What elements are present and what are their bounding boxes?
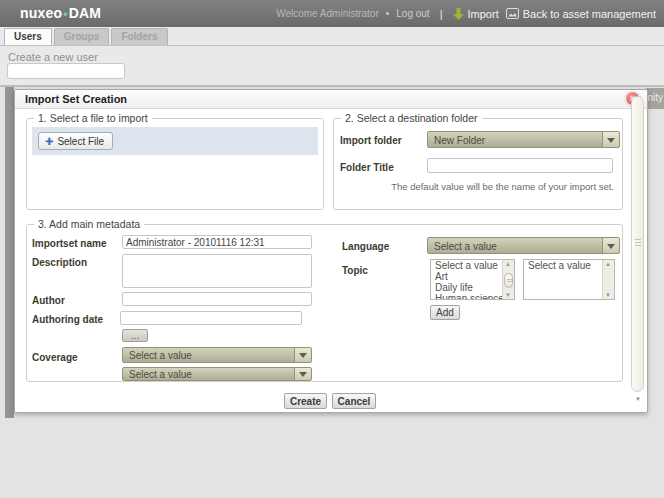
import-link-label: Import bbox=[468, 8, 499, 20]
scrollbar-down-arrow-icon[interactable]: ▼ bbox=[635, 396, 641, 402]
welcome-text: Welcome Administrator bbox=[276, 8, 379, 19]
dialog-scrollbar[interactable] bbox=[631, 96, 644, 392]
language-label: Language bbox=[342, 241, 389, 252]
select-file-button[interactable]: ✚ Select File bbox=[38, 132, 113, 150]
metadata-section: 3. Add main metadata Importset name Desc… bbox=[26, 224, 623, 382]
scroll-down-icon[interactable]: ▼ bbox=[505, 292, 511, 298]
scroll-up-icon[interactable]: ▲ bbox=[505, 261, 511, 267]
tab-strip: Users Groups Folders bbox=[4, 28, 168, 45]
folder-title-label: Folder Title bbox=[340, 162, 394, 173]
topic-selected-option[interactable]: Select a value bbox=[524, 261, 614, 271]
tab-users[interactable]: Users bbox=[4, 28, 52, 45]
logo-brand: nuxeo bbox=[20, 5, 62, 21]
modal-backdrop-strip bbox=[5, 87, 14, 418]
cancel-button[interactable]: Cancel bbox=[332, 393, 376, 409]
authoring-date-label: Authoring date bbox=[32, 314, 103, 325]
scrollbar-grip bbox=[635, 239, 641, 240]
chevron-down-icon bbox=[299, 372, 307, 377]
back-link-label: Back to asset management bbox=[523, 8, 656, 20]
dropdown-button bbox=[602, 238, 619, 253]
importset-name-input[interactable] bbox=[122, 235, 312, 249]
authoring-date-input[interactable] bbox=[120, 311, 302, 325]
chevron-down-icon bbox=[299, 353, 307, 358]
import-link[interactable]: Import bbox=[453, 8, 499, 20]
scroll-down-icon[interactable]: ▼ bbox=[605, 292, 611, 298]
tab-baseline bbox=[0, 45, 664, 46]
screen: nuxeo•DAM Welcome Administrator • Log ou… bbox=[0, 0, 664, 498]
scroll-up-icon[interactable]: ▲ bbox=[605, 261, 611, 267]
header-actions: Welcome Administrator • Log out | Import… bbox=[276, 0, 656, 27]
user-search-input[interactable] bbox=[7, 63, 125, 79]
listbox-scrollbar[interactable]: ▲ ▼ bbox=[602, 260, 614, 299]
add-topic-button[interactable]: Add bbox=[430, 305, 460, 320]
metadata-section-legend: 3. Add main metadata bbox=[34, 218, 144, 230]
import-folder-value: New Folder bbox=[434, 134, 485, 145]
create-user-heading: Create a new user bbox=[8, 51, 98, 63]
top-header-bar: nuxeo•DAM Welcome Administrator • Log ou… bbox=[0, 0, 664, 27]
app-logo: nuxeo•DAM bbox=[20, 5, 101, 21]
folder-section-legend: 2. Select a destination folder bbox=[341, 112, 482, 124]
back-to-asset-management-link[interactable]: Back to asset management bbox=[506, 8, 656, 20]
coverage-secondary-select[interactable]: Select a value bbox=[122, 367, 312, 381]
language-value: Select a value bbox=[434, 240, 497, 251]
coverage-primary-select[interactable]: Select a value bbox=[122, 347, 312, 363]
import-set-creation-dialog: Import Set Creation ✕ ▼ 1. Select a file… bbox=[14, 89, 648, 413]
tab-folders[interactable]: Folders bbox=[111, 28, 167, 45]
file-section-legend: 1. Select a file to import bbox=[34, 112, 152, 124]
chevron-down-icon bbox=[607, 244, 615, 249]
date-picker-button[interactable]: ... bbox=[122, 329, 148, 342]
import-folder-select[interactable]: New Folder bbox=[427, 131, 620, 148]
file-section: 1. Select a file to import ✚ Select File bbox=[26, 118, 324, 210]
header-separator: | bbox=[437, 8, 446, 20]
logout-link[interactable]: Log out bbox=[396, 8, 429, 19]
author-label: Author bbox=[32, 295, 65, 306]
topic-available-listbox[interactable]: Select a value Art Daily life Human scie… bbox=[430, 259, 515, 300]
description-textarea[interactable] bbox=[122, 254, 312, 288]
background-page: Users Groups Folders Create a new user bbox=[0, 27, 664, 85]
file-upload-band: ✚ Select File bbox=[32, 127, 318, 155]
dialog-title: Import Set Creation bbox=[25, 93, 127, 105]
topic-label: Topic bbox=[342, 265, 368, 276]
dropdown-button bbox=[294, 348, 311, 362]
scrollbar-thumb[interactable] bbox=[504, 273, 513, 288]
header-bullet: • bbox=[386, 8, 390, 19]
plus-icon: ✚ bbox=[45, 136, 53, 147]
chevron-down-icon bbox=[607, 138, 615, 143]
folder-title-helper-text: The default value will be the name of yo… bbox=[391, 181, 614, 192]
listbox-scrollbar[interactable]: ▲ ▼ bbox=[502, 260, 514, 299]
page-divider bbox=[0, 85, 664, 87]
coverage-primary-value: Select a value bbox=[129, 350, 192, 361]
logo-product: DAM bbox=[69, 5, 101, 21]
folder-section: 2. Select a destination folder Import fo… bbox=[333, 118, 623, 210]
author-input[interactable] bbox=[122, 292, 312, 306]
importset-name-label: Importset name bbox=[32, 238, 106, 249]
create-button[interactable]: Create bbox=[284, 393, 327, 409]
dropdown-button bbox=[602, 132, 619, 147]
select-file-label: Select File bbox=[57, 136, 104, 147]
coverage-label: Coverage bbox=[32, 352, 78, 363]
tab-groups[interactable]: Groups bbox=[54, 28, 110, 45]
folder-title-input[interactable] bbox=[427, 158, 613, 173]
topic-selected-listbox[interactable]: Select a value ▲ ▼ bbox=[523, 259, 615, 300]
coverage-secondary-value: Select a value bbox=[129, 369, 192, 380]
language-select[interactable]: Select a value bbox=[427, 237, 620, 254]
dropdown-button bbox=[294, 368, 311, 380]
background-text-fragment: unity bbox=[646, 88, 664, 109]
description-label: Description bbox=[32, 257, 87, 268]
picture-icon bbox=[506, 8, 519, 19]
import-arrow-icon bbox=[453, 8, 464, 20]
dialog-titlebar: Import Set Creation bbox=[15, 90, 647, 109]
import-folder-label: Import folder bbox=[340, 135, 402, 146]
